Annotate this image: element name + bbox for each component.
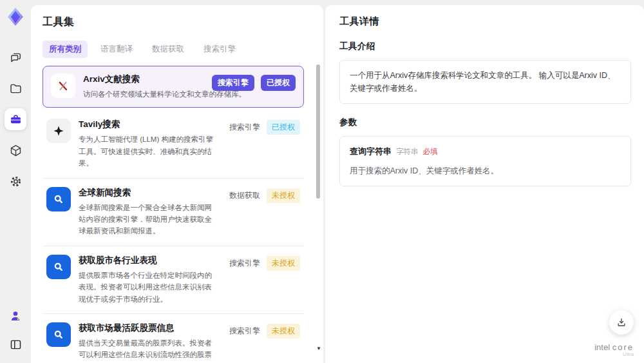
- param-type: 字符串: [396, 146, 419, 157]
- param-header: 查询字符串 字符串 必填: [350, 145, 621, 159]
- tavily-icon: [46, 119, 71, 143]
- tool-list-item[interactable]: Tavily搜索 专为人工智能代理 (LLM) 构建的搜索引擎工具。可快速提供实…: [43, 110, 304, 178]
- tool-main: 全球新闻搜索 全球新闻搜索是一个聚合全球各大新闻网站内容的搜索引擎，帮助用户快速…: [79, 187, 222, 237]
- tool-name: 获取市场最活跃股票信息: [79, 322, 218, 334]
- tool-list-panel: 工具集 所有类别 语言翻译 数据获取 搜索引擎 Arxiv文献搜索 访问各个研究…: [31, 5, 323, 363]
- tool-list: Arxiv文献搜索 访问各个研究领域大量科学论文和文章的存储库。 搜索引擎 已授…: [43, 66, 313, 363]
- app-window: 工具集 所有类别 语言翻译 数据获取 搜索引擎 Arxiv文献搜索 访问各个研究…: [0, 0, 644, 363]
- tool-list-item[interactable]: 获取市场最活跃股票信息 提供当天交易量最高的股票列表。投资者可以利用这些信息来识…: [43, 314, 304, 363]
- tool-category-badge: 搜索引擎: [229, 324, 260, 338]
- page-title: 工具集: [43, 15, 313, 29]
- avatar[interactable]: [5, 305, 26, 327]
- stock-search-icon: [46, 255, 71, 279]
- intel-core-logo: intel core Ultra: [594, 341, 634, 358]
- tool-main: 获取股市各行业表现 提供股票市场各个行业在特定时间段内的表现。投资者可以利用这些…: [79, 255, 222, 305]
- content-area: 工具集 所有类别 语言翻译 数据获取 搜索引擎 Arxiv文献搜索 访问各个研究…: [31, 0, 644, 363]
- tool-list-item[interactable]: 获取股市各行业表现 提供股票市场各个行业在特定时间段内的表现。投资者可以利用这些…: [43, 246, 304, 314]
- arxiv-icon: [51, 74, 75, 98]
- intel-core-sub-label: Ultra: [594, 352, 634, 358]
- tool-main: Tavily搜索 专为人工智能代理 (LLM) 构建的搜索引擎工具。可快速提供实…: [79, 119, 222, 169]
- tool-description: 提供当天交易量最高的股票列表。投资者可以利用这些信息来识别流动性强的股票和潜在的…: [79, 337, 218, 363]
- left-rail: [0, 0, 31, 363]
- tab-all-categories[interactable]: 所有类别: [43, 41, 88, 58]
- tool-list-item[interactable]: Arxiv文献搜索 访问各个研究领域大量科学论文和文章的存储库。 搜索引擎 已授…: [43, 66, 304, 108]
- tool-category-badge: 数据获取: [229, 188, 260, 203]
- tool-list-item[interactable]: 全球新闻搜索 全球新闻搜索是一个聚合全球各大新闻网站内容的搜索引擎，帮助用户快速…: [43, 179, 304, 246]
- tool-badges: 搜索引擎 已授权: [212, 74, 296, 100]
- tab-search-engine[interactable]: 搜索引擎: [197, 41, 242, 58]
- folder-icon[interactable]: [5, 77, 26, 99]
- tool-name: Tavily搜索: [79, 119, 218, 130]
- tool-category-badge: 搜索引擎: [229, 120, 260, 135]
- download-icon: [616, 317, 627, 328]
- detail-title: 工具详情: [339, 15, 631, 28]
- tool-badges: 搜索引擎 未授权: [229, 255, 300, 305]
- tool-category-badge: 搜索引擎: [229, 256, 260, 271]
- tool-name: 获取股市各行业表现: [79, 255, 218, 266]
- collapse-panel-icon[interactable]: [5, 333, 26, 355]
- download-button[interactable]: [609, 310, 634, 335]
- tool-description: 提供股票市场各个行业在特定时间段内的表现。投资者可以利用这些信息来识别表现优于或…: [79, 270, 218, 305]
- tool-auth-badge: 未授权: [267, 188, 300, 203]
- scrollbar[interactable]: [316, 64, 320, 199]
- rail-nav: [5, 46, 26, 192]
- tab-data-fetch[interactable]: 数据获取: [146, 41, 191, 58]
- tab-language-translation[interactable]: 语言翻译: [94, 41, 139, 58]
- rail-bottom: [5, 305, 26, 363]
- tool-badges: 数据获取 未授权: [229, 187, 300, 237]
- tool-auth-badge[interactable]: 已授权: [261, 75, 296, 91]
- tool-detail-panel: 工具详情 工具介绍 一个用于从Arxiv存储库搜索科学论文和文章的工具。 输入可…: [325, 5, 644, 363]
- tool-badges: 搜索引擎 已授权: [229, 119, 300, 169]
- tool-name: 全球新闻搜索: [79, 187, 218, 199]
- tool-description: 专为人工智能代理 (LLM) 构建的搜索引擎工具。可快速提供实时、准确和真实的结…: [79, 133, 218, 169]
- param-description: 用于搜索的Arxiv ID、关键字或作者姓名。: [350, 164, 621, 177]
- intro-text: 一个用于从Arxiv存储库搜索科学论文和文章的工具。 输入可以是Arxiv ID…: [350, 71, 616, 93]
- chat-icon[interactable]: [5, 46, 26, 68]
- app-logo-icon: [5, 6, 26, 27]
- intro-card: 一个用于从Arxiv存储库搜索科学论文和文章的工具。 输入可以是Arxiv ID…: [339, 60, 631, 104]
- tool-description: 全球新闻搜索是一个聚合全球各大新闻网站内容的搜索引擎，帮助用户快速获取全球最新资…: [79, 202, 218, 237]
- param-name: 查询字符串: [350, 145, 392, 159]
- settings-gear-icon[interactable]: [5, 170, 26, 192]
- tool-auth-badge: 未授权: [267, 324, 300, 338]
- intro-heading: 工具介绍: [339, 41, 631, 52]
- tool-description: 访问各个研究领域大量科学论文和文章的存储库。: [83, 88, 200, 100]
- param-card: 查询字符串 字符串 必填 用于搜索的Arxiv ID、关键字或作者姓名。: [339, 136, 631, 186]
- stock-search-icon: [46, 322, 71, 347]
- param-required-badge: 必填: [423, 146, 438, 157]
- tool-name: Arxiv文献搜索: [83, 74, 200, 85]
- cube-icon[interactable]: [5, 139, 26, 161]
- params-heading: 参数: [339, 117, 631, 128]
- toolbox-icon[interactable]: [5, 108, 26, 130]
- tool-auth-badge: 已授权: [267, 120, 300, 135]
- news-search-icon: [46, 187, 71, 211]
- scroll-down-indicator[interactable]: ▼: [316, 346, 321, 351]
- tool-badges: 搜索引擎 未授权: [229, 322, 300, 363]
- tool-category-badge[interactable]: 搜索引擎: [212, 75, 254, 91]
- tool-main: Arxiv文献搜索 访问各个研究领域大量科学论文和文章的存储库。: [83, 74, 204, 100]
- tool-main: 获取市场最活跃股票信息 提供当天交易量最高的股票列表。投资者可以利用这些信息来识…: [79, 322, 222, 363]
- tool-auth-badge: 未授权: [267, 256, 300, 271]
- category-tabs: 所有类别 语言翻译 数据获取 搜索引擎: [43, 41, 313, 58]
